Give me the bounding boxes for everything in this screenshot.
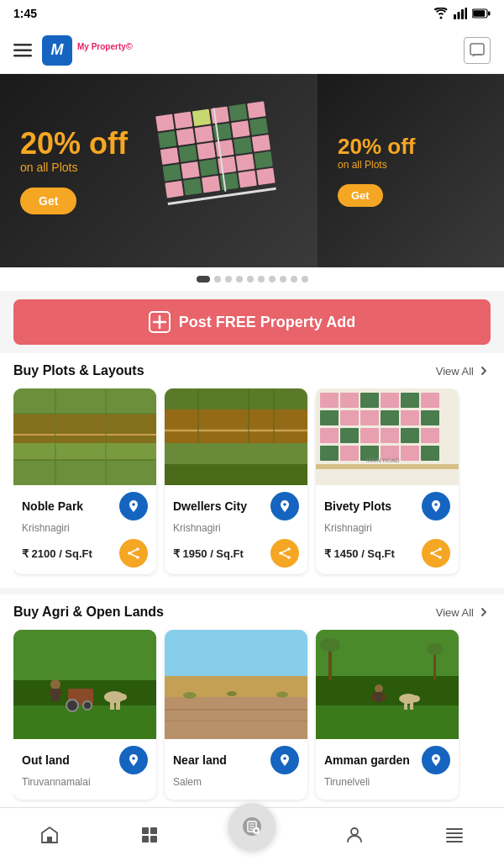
svg-rect-27	[234, 137, 252, 155]
plot-card-2: Dwellers City Krishnagiri ₹ 1950 / Sq.Ft	[165, 388, 307, 574]
svg-rect-34	[254, 151, 272, 169]
svg-point-140	[375, 684, 383, 693]
svg-rect-80	[421, 393, 439, 408]
post-icon	[240, 815, 264, 838]
svg-rect-10	[470, 44, 484, 55]
dot-10[interactable]	[302, 276, 308, 283]
buy-plots-header: Buy Plots & Layouts View All	[13, 363, 491, 378]
location-icon-agri-3	[429, 753, 443, 767]
svg-rect-62	[165, 443, 307, 464]
agri-card-1-location: Tiruvannamalai	[22, 776, 148, 788]
svg-point-138	[427, 643, 444, 655]
buy-agri-cards: Out land Tiruvannamalai	[13, 630, 491, 810]
plot-card-3-share-btn[interactable]	[422, 539, 450, 568]
dot-3[interactable]	[225, 276, 232, 283]
agri-card-3-location-btn[interactable]	[422, 746, 450, 774]
svg-rect-1	[458, 12, 460, 19]
add-square-icon	[149, 311, 171, 333]
svg-rect-38	[219, 173, 238, 191]
svg-rect-15	[228, 103, 247, 121]
plot-card-3-info: Bivety Plots Krishnagiri ₹ 1450 / Sq.Ft	[316, 485, 459, 574]
status-time: 1:45	[13, 7, 37, 20]
signal-icon	[454, 8, 467, 19]
plot-card-2-location-btn[interactable]	[270, 492, 299, 520]
banner-image-1	[127, 74, 318, 267]
plot-card-2-price: ₹ 1950 / Sq.Ft	[173, 547, 244, 560]
dot-1[interactable]	[197, 276, 210, 283]
plot-card-3-price: ₹ 1450 / Sq.Ft	[324, 547, 395, 560]
plot-card-3-image: MAIN ROAD	[316, 388, 459, 485]
nav-profile[interactable]	[334, 818, 375, 852]
svg-point-112	[50, 679, 60, 689]
svg-rect-150	[142, 836, 149, 843]
plot-card-1-price: ₹ 2100 / Sq.Ft	[22, 547, 92, 560]
svg-rect-22	[249, 118, 268, 135]
plot-card-3-location-btn[interactable]	[422, 492, 450, 520]
agri-card-1-location-btn[interactable]	[119, 746, 148, 774]
status-icons	[433, 8, 491, 19]
buy-agri-section: Buy Agri & Open Lands View All	[0, 594, 504, 813]
plot-card-2-location: Krishnagiri	[173, 522, 299, 534]
buy-agri-view-all[interactable]: View All	[436, 605, 491, 619]
dot-7[interactable]	[269, 276, 276, 283]
svg-point-54	[132, 503, 135, 506]
banner-get-button-1[interactable]: Get	[20, 188, 76, 214]
dot-4[interactable]	[236, 276, 243, 283]
nav-home[interactable]	[29, 818, 70, 852]
nav-post-center[interactable]	[228, 803, 276, 850]
svg-point-128	[227, 691, 237, 696]
svg-rect-93	[320, 446, 339, 461]
dot-8[interactable]	[280, 276, 286, 283]
svg-rect-92	[421, 428, 439, 443]
svg-rect-77	[360, 393, 379, 408]
svg-rect-35	[165, 181, 183, 198]
svg-rect-6	[473, 10, 485, 17]
plot-card-1-location: Krishnagiri	[22, 522, 148, 534]
buy-plots-cards: Noble Park Krishnagiri ₹ 2100 / Sq.Ft	[13, 388, 491, 584]
svg-rect-5	[488, 12, 491, 16]
agri-card-1-name: Out land	[22, 753, 70, 767]
banner-carousel: 20% off on all Plots Get	[0, 74, 504, 267]
buy-plots-view-all[interactable]: View All	[436, 364, 491, 378]
svg-rect-99	[316, 464, 459, 469]
post-free-text: Post FREE Property Add	[179, 314, 355, 331]
nav-grid[interactable]	[129, 818, 170, 852]
banner-get-button-2[interactable]: Get	[338, 184, 383, 207]
plot-card-2-image	[165, 388, 307, 485]
svg-rect-14	[210, 107, 228, 124]
dot-2[interactable]	[214, 276, 221, 283]
svg-rect-113	[51, 689, 60, 701]
plot-card-1-location-btn[interactable]	[119, 492, 148, 520]
svg-line-58	[129, 549, 138, 553]
svg-rect-87	[320, 428, 339, 443]
dot-5[interactable]	[247, 276, 254, 283]
nav-menu[interactable]	[434, 818, 475, 852]
menu-button[interactable]	[13, 44, 32, 57]
chat-button[interactable]	[464, 37, 491, 64]
svg-rect-2	[461, 9, 464, 19]
svg-rect-88	[340, 428, 359, 443]
buy-plots-title: Buy Plots & Layouts	[13, 363, 144, 378]
plot-card-2-share-btn[interactable]	[270, 539, 299, 568]
chevron-right-icon-2	[477, 605, 491, 619]
agri-card-3-info: Amman garden Tirunelveli	[316, 739, 459, 800]
agri-card-1-info: Out land Tiruvannamalai	[13, 739, 156, 800]
buy-agri-header: Buy Agri & Open Lands View All	[13, 605, 491, 620]
agri-card-2-location-btn[interactable]	[270, 746, 299, 774]
home-icon	[39, 825, 60, 845]
svg-rect-133	[316, 676, 459, 705]
svg-rect-7	[13, 44, 32, 46]
plot-card-1-share-btn[interactable]	[119, 539, 148, 568]
post-free-banner[interactable]: Post FREE Property Add	[13, 299, 491, 345]
svg-rect-28	[251, 135, 270, 152]
plot-card-1-image	[13, 388, 156, 485]
location-icon	[127, 499, 140, 513]
svg-rect-30	[181, 161, 199, 179]
dot-9[interactable]	[291, 276, 297, 283]
banner-text-2: 20% off on all Plots Get	[338, 135, 415, 207]
header-logo: M My Property©	[42, 35, 464, 66]
svg-rect-98	[421, 446, 439, 461]
banner-discount-1: 20% off	[20, 127, 128, 161]
svg-point-145	[412, 695, 420, 702]
dot-6[interactable]	[258, 276, 265, 283]
